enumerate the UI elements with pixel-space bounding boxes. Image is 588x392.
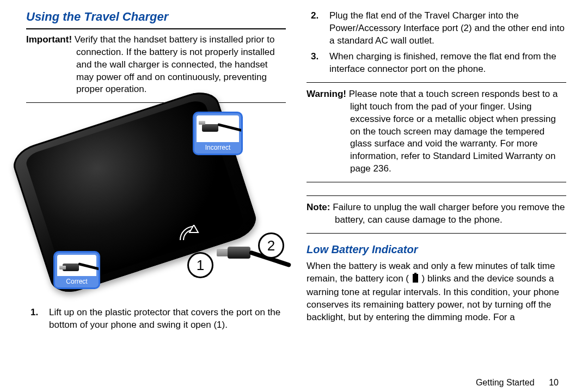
badge-correct: Correct (53, 251, 100, 289)
heading-travel-charger: Using the Travel Charger (26, 9, 286, 25)
rule (307, 195, 566, 196)
step-1: 1. Lift up on the plastic protector that… (26, 307, 286, 332)
battery-icon (412, 273, 419, 286)
callout-2: 2 (258, 232, 284, 259)
left-column: Using the Travel Charger Important! Veri… (26, 9, 286, 387)
rule (26, 102, 286, 103)
rule (307, 182, 566, 182)
charger-illustration: 1 2 Incorrect Correct (26, 111, 286, 301)
connector-plug-icon (217, 242, 260, 262)
note-label: Note: (307, 202, 330, 212)
important-note: Important! Verify that the handset batte… (26, 34, 286, 96)
step-2-text: Plug the flat end of the Travel Charger … (329, 10, 566, 47)
svg-rect-2 (413, 274, 418, 283)
rule (307, 233, 566, 234)
heading-low-battery: Low Battery Indicator (307, 242, 566, 257)
step-3: 3. When charging is finished, remove the… (307, 51, 566, 76)
step-list-right: 2. Plug the flat end of the Travel Charg… (307, 9, 566, 79)
warranty-xref: Standard Limited Warranty (433, 151, 543, 161)
svg-rect-1 (414, 273, 416, 274)
important-label: Important! (26, 34, 72, 45)
step-1-number: 1. (26, 307, 49, 332)
warning-note: Warning! Please note that a touch screen… (307, 88, 566, 176)
warning-label: Warning! (307, 89, 346, 99)
step-2: 2. Plug the flat end of the Travel Charg… (307, 10, 566, 47)
lift-arrow-icon (179, 225, 209, 255)
callout-1: 1 (187, 252, 213, 278)
step-1-text: Lift up on the plastic protector that co… (49, 307, 286, 332)
important-text: Verify that the handset battery is insta… (75, 34, 275, 95)
badge-correct-label: Correct (55, 276, 99, 287)
footer-section: Getting Started (476, 378, 535, 387)
step-2-number: 2. (307, 10, 329, 47)
step-list-left: 1. Lift up on the plastic protector that… (26, 305, 286, 335)
page-footer: Getting Started 10 (476, 377, 559, 389)
rule (26, 28, 286, 29)
step-3-text: When charging is finished, remove the fl… (329, 51, 566, 76)
badge-incorrect-label: Incorrect (194, 142, 241, 154)
step-3-number: 3. (307, 51, 329, 76)
note-text: Failure to unplug the wall charger befor… (333, 202, 565, 225)
low-battery-paragraph: When the battery is weak and only a few … (307, 260, 566, 324)
badge-incorrect: Incorrect (193, 112, 243, 155)
rule (307, 82, 566, 83)
note-block: Note: Failure to unplug the wall charger… (307, 201, 566, 226)
right-column: 2. Plug the flat end of the Travel Charg… (307, 9, 566, 387)
footer-page-number: 10 (537, 377, 559, 389)
